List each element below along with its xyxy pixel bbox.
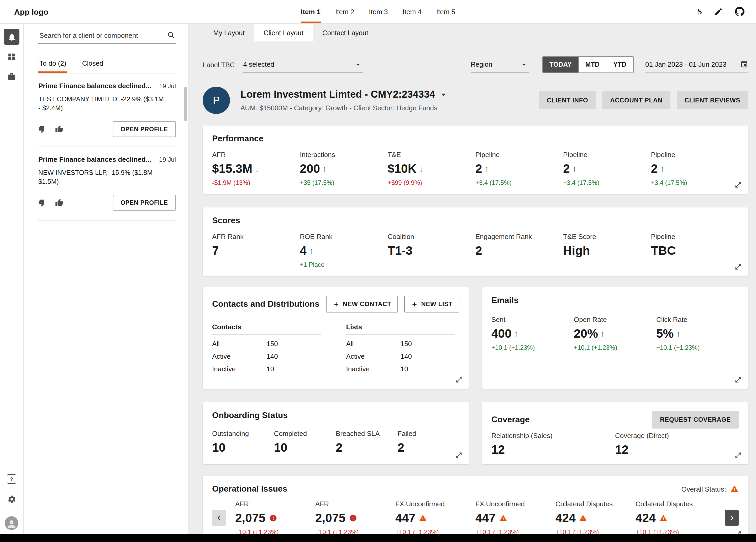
segment-today[interactable]: TODAY xyxy=(543,57,579,72)
tab-todo[interactable]: To do (2) xyxy=(38,56,67,73)
open-profile-button[interactable]: OPEN PROFILE xyxy=(113,121,176,137)
trend-down-icon: ↓ xyxy=(255,164,259,173)
todo-card: Prime Finance balances declined... 19 Ju… xyxy=(38,73,176,147)
tab-closed[interactable]: Closed xyxy=(81,56,104,73)
dashboard-rail-item[interactable] xyxy=(4,49,19,65)
metric: Coverage (Direct) 12 xyxy=(615,432,739,457)
account-plan-button[interactable]: ACCOUNT PLAN xyxy=(602,91,670,109)
thumbs-up-icon[interactable] xyxy=(55,125,64,133)
contacts-list: Contacts All150 Active140 Inactive10 xyxy=(212,323,321,373)
new-list-button[interactable]: NEW LIST xyxy=(405,296,459,313)
github-icon[interactable] xyxy=(735,7,744,16)
error-icon xyxy=(269,514,277,522)
metric: T&E Score High xyxy=(563,233,651,268)
tab-contact-layout[interactable]: Contact Layout xyxy=(313,24,378,41)
expand-icon[interactable] xyxy=(734,530,742,534)
expand-icon[interactable] xyxy=(734,376,742,383)
app-window: App logo Item 1 Item 2 Item 3 Item 4 Ite… xyxy=(0,0,756,542)
metric: AFR 2,075 +10.1 (+1.23%) xyxy=(315,500,395,534)
person-icon xyxy=(6,518,17,530)
operational-issues-card: Operational Issues Overall Status: AFR 2… xyxy=(203,476,748,534)
open-profile-button[interactable]: OPEN PROFILE xyxy=(113,195,176,210)
trend-up-icon: ↑ xyxy=(676,329,681,339)
help-icon: ? xyxy=(7,474,16,484)
nav-item-4[interactable]: Item 4 xyxy=(403,0,422,23)
thumbs-up-icon[interactable] xyxy=(55,198,64,207)
nav-item-3[interactable]: Item 3 xyxy=(369,0,388,23)
new-contact-button[interactable]: NEW CONTACT xyxy=(326,296,398,313)
trend-up-icon: ↑ xyxy=(309,246,313,255)
metric: Pipeline 2↑ +3.4 (17.5%) xyxy=(475,151,563,186)
portfolio-rail-item[interactable] xyxy=(4,69,19,85)
expand-icon[interactable] xyxy=(455,376,463,383)
metric: Coalition T1-3 xyxy=(388,233,475,268)
client-name: Lorem Investment Limted - CMY2:234334 xyxy=(240,89,435,100)
nav-item-2[interactable]: Item 2 xyxy=(335,0,354,23)
metric: Completed 10 xyxy=(274,430,336,455)
carousel-prev-button[interactable] xyxy=(212,510,226,526)
settings-rail-item[interactable] xyxy=(4,491,19,507)
pen-icon[interactable] xyxy=(714,7,723,16)
sidebar-search xyxy=(38,31,176,44)
main-content: Label TBC 4 selected Region TODAY MTD YT… xyxy=(189,41,756,534)
top-nav: Item 1 Item 2 Item 3 Item 4 Item 5 xyxy=(301,0,455,23)
search-input[interactable] xyxy=(38,31,167,40)
top-right-icons: S xyxy=(697,7,744,16)
todo-body: NEW INVESTORS LLP, -15.9% ($1.8M - $1.5M… xyxy=(38,168,165,186)
grid-icon xyxy=(7,52,16,61)
expand-icon[interactable] xyxy=(734,452,742,459)
segment-ytd[interactable]: YTD xyxy=(606,57,633,72)
region-select[interactable]: Region xyxy=(471,57,528,72)
date-range-picker[interactable]: 01 Jan 2023 - 01 Jun 2023 xyxy=(645,56,748,73)
client-reviews-button[interactable]: CLIENT REVIEWS xyxy=(677,91,748,109)
search-icon[interactable] xyxy=(167,31,176,40)
contacts-card: Contacts and Distributions NEW CONTACT N… xyxy=(203,287,469,389)
warning-icon xyxy=(419,514,427,522)
metric: Collateral Disputes 424 +10.1 (+1.23%) xyxy=(555,500,636,534)
nav-item-5[interactable]: Item 5 xyxy=(436,0,455,23)
todo-body: TEST COMPANY LIMITED, -22.9% ($3.1M - $2… xyxy=(38,95,165,113)
briefcase-icon xyxy=(7,72,16,81)
metric: Interactions 200↑ +35 (17.5%) xyxy=(300,151,387,186)
list-item: Active140 xyxy=(212,353,321,360)
s-logo-icon[interactable]: S xyxy=(697,7,702,16)
trend-up-icon: ↑ xyxy=(514,329,518,339)
metric: T&E $10K↓ +$99 (9.9%) xyxy=(388,151,475,186)
chevron-down-icon[interactable] xyxy=(438,89,449,100)
expand-icon[interactable] xyxy=(734,263,742,270)
metric: Click Rate 5%↑ +10.1 (+1.23%) xyxy=(656,316,739,351)
todo-card: Prime Finance balances declined... 19 Ju… xyxy=(38,147,176,220)
metric: AFR $15.3M↓ -$1.9M (13%) xyxy=(212,151,300,186)
trend-up-icon: ↑ xyxy=(660,164,664,173)
chevron-right-icon xyxy=(727,513,737,523)
request-coverage-button[interactable]: REQUEST COVERAGE xyxy=(652,411,739,429)
nav-item-1[interactable]: Item 1 xyxy=(301,0,321,23)
user-avatar[interactable] xyxy=(5,516,18,530)
client-info-button[interactable]: CLIENT INFO xyxy=(539,91,596,109)
thumbs-down-icon[interactable] xyxy=(38,125,47,133)
list-item: Inactive10 xyxy=(212,365,321,373)
help-rail-item[interactable]: ? xyxy=(4,471,19,487)
todo-title: Prime Finance balances declined... xyxy=(38,82,154,90)
tab-my-layout[interactable]: My Layout xyxy=(204,24,254,41)
sidebar-scrollbar[interactable] xyxy=(184,87,187,121)
card-title: Scores xyxy=(212,216,739,225)
bell-icon xyxy=(7,32,16,41)
label-multiselect[interactable]: 4 selected xyxy=(243,57,363,72)
gear-icon xyxy=(7,494,16,503)
app-logo[interactable]: App logo xyxy=(14,7,48,16)
expand-icon[interactable] xyxy=(734,181,742,188)
client-subtitle: AUM: $15000M - Category: Growth - Client… xyxy=(240,104,449,112)
metric: Collateral Disputes 424 +10.1 (+1.23%) xyxy=(636,500,716,534)
card-title: Operational Issues xyxy=(212,484,681,494)
segment-mtd[interactable]: MTD xyxy=(579,57,606,72)
expand-icon[interactable] xyxy=(455,452,463,459)
thumbs-down-icon[interactable] xyxy=(38,198,47,207)
carousel-next-button[interactable] xyxy=(725,510,739,526)
metric: Outstanding 10 xyxy=(212,430,274,455)
notifications-rail-item[interactable] xyxy=(4,29,19,45)
trend-down-icon: ↓ xyxy=(419,164,423,173)
card-title: Performance xyxy=(212,134,739,143)
tab-client-layout[interactable]: Client Layout xyxy=(254,24,313,41)
main-area: My Layout Client Layout Contact Layout L… xyxy=(189,24,756,534)
